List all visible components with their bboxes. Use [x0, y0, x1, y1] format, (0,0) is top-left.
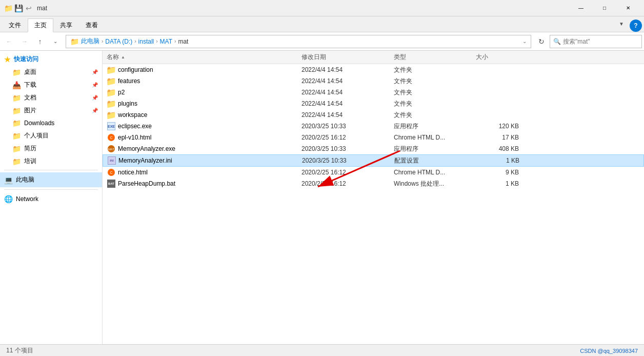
status-bar: 11 个项目 CSDN @qq_39098347	[0, 344, 644, 356]
up-arrow-button[interactable]: ↑	[33, 34, 47, 49]
tab-home[interactable]: 主页	[28, 18, 53, 32]
svg-text:C: C	[110, 136, 112, 140]
title-bar: 📁 💾 ↩ mat — □ ✕	[0, 0, 644, 16]
folder-icon: 📁	[106, 76, 116, 86]
sidebar-item-training[interactable]: 📁 培训	[0, 155, 102, 168]
sidebar-item-label: 个人项目	[24, 131, 49, 140]
col-size-label: 大小	[476, 53, 488, 61]
tab-view[interactable]: 查看	[79, 18, 105, 32]
sidebar-item-downloads[interactable]: 📁 Downloads	[0, 117, 102, 129]
sidebar-item-docs[interactable]: 📁 文档 📌	[0, 91, 102, 104]
table-row[interactable]: 📁 plugins 2022/4/4 14:54 文件夹	[103, 98, 644, 109]
file-date-cell: 2022/4/4 14:54	[297, 66, 390, 73]
sidebar-item-label: 培训	[24, 157, 36, 166]
table-row[interactable]: INI MemoryAnalyzer.ini 2020/3/25 10:33 配…	[103, 154, 644, 167]
folder-icon: 📁	[106, 99, 116, 108]
file-name: MemoryAnalyzer.exe	[118, 145, 175, 152]
table-row[interactable]: EXE eclipsec.exe 2020/3/25 10:33 应用程序 12…	[103, 121, 644, 132]
search-bar[interactable]: 🔍	[550, 35, 642, 48]
breadcrumb-sep-2: ›	[134, 38, 136, 44]
col-header-name[interactable]: 名称 ▲	[103, 53, 297, 62]
tab-file[interactable]: 文件	[2, 18, 28, 32]
file-name-cell: C notice.html	[103, 168, 297, 177]
sidebar-item-downloads-arrow[interactable]: 📥 下载 📌	[0, 78, 102, 91]
undo-title-icon[interactable]: ↩	[25, 4, 33, 12]
table-row[interactable]: MAT MemoryAnalyzer.exe 2020/3/25 10:33 应…	[103, 143, 644, 154]
recent-button[interactable]: ⌄	[48, 34, 63, 49]
col-date-label: 修改日期	[301, 53, 326, 61]
col-header-size[interactable]: 大小	[472, 53, 523, 62]
breadcrumb-data[interactable]: DATA (D:)	[105, 38, 132, 45]
file-date-cell: 2020/3/25 10:33	[297, 145, 390, 152]
file-name-cell: 📁 plugins	[103, 99, 297, 108]
sidebar-item-pictures[interactable]: 📁 图片 📌	[0, 104, 102, 117]
sidebar-item-personal[interactable]: 📁 个人项目	[0, 129, 102, 142]
file-icon: EXE	[107, 122, 116, 131]
quick-access-header[interactable]: ★ 快速访问	[0, 53, 102, 66]
sidebar-item-label: 图片	[24, 106, 36, 115]
breadcrumb-current: mat	[178, 38, 188, 45]
main-layout: ★ 快速访问 📁 桌面 📌 📥 下载 📌 📁 文档 📌 📁 图片	[0, 51, 644, 344]
sidebar-sep-2	[4, 189, 98, 190]
sidebar-item-label: 下载	[24, 81, 36, 89]
save-title-icon[interactable]: 💾	[14, 4, 23, 12]
table-row[interactable]: 📁 workspace 2022/4/4 14:54 文件夹	[103, 109, 644, 121]
file-name: eclipsec.exe	[118, 123, 152, 130]
table-row[interactable]: C epl-v10.html 2020/2/25 16:12 Chrome HT…	[103, 132, 644, 143]
table-row[interactable]: C notice.html 2020/2/25 16:12 Chrome HTM…	[103, 167, 644, 178]
back-button[interactable]: ←	[2, 34, 16, 49]
file-date-cell: 2020/3/25 10:33	[298, 157, 390, 164]
folder-icon: 📁	[12, 132, 21, 140]
sidebar-item-label: 文档	[24, 93, 36, 102]
search-input[interactable]	[563, 38, 640, 45]
close-button[interactable]: ✕	[616, 0, 640, 16]
file-icon: 📁	[107, 88, 116, 97]
breadcrumb-sep-3: ›	[156, 38, 157, 44]
bat-icon: BAT	[107, 180, 115, 188]
tab-share[interactable]: 共享	[53, 18, 79, 32]
file-name: notice.html	[118, 169, 148, 176]
maximize-button[interactable]: □	[593, 0, 616, 16]
breadcrumb-dropdown-icon[interactable]: ⌄	[522, 38, 527, 44]
file-icon: BAT	[107, 179, 116, 188]
file-name-cell: INI MemoryAnalyzer.ini	[103, 156, 298, 165]
col-header-type[interactable]: 类型	[390, 53, 472, 62]
col-type-label: 类型	[394, 53, 406, 61]
title-bar-icons: 📁 💾 ↩	[4, 4, 33, 12]
breadcrumb-sep-4: ›	[174, 38, 176, 44]
file-name: features	[118, 77, 140, 85]
file-name-cell: 📁 workspace	[103, 110, 297, 120]
col-header-date[interactable]: 修改日期	[297, 53, 390, 62]
ini-icon: INI	[108, 156, 116, 165]
status-right: CSDN @qq_39098347	[580, 348, 638, 354]
forward-button[interactable]: →	[17, 34, 32, 49]
file-type-cell: 文件夹	[390, 100, 472, 108]
breadcrumb[interactable]: 📁 此电脑 › DATA (D:) › install › MAT › mat …	[66, 35, 531, 48]
sidebar-item-network[interactable]: 🌐 Network	[0, 192, 102, 206]
table-row[interactable]: 📁 p2 2022/4/4 14:54 文件夹	[103, 87, 644, 98]
help-button[interactable]: ?	[630, 19, 642, 32]
file-name: p2	[118, 89, 125, 96]
pin-icon: 📌	[92, 82, 98, 88]
breadcrumb-mat[interactable]: MAT	[160, 38, 172, 45]
table-row[interactable]: 📁 features 2022/4/4 14:54 文件夹	[103, 75, 644, 87]
sidebar-item-desktop[interactable]: 📁 桌面 📌	[0, 66, 102, 78]
file-name-cell: BAT ParseHeapDump.bat	[103, 179, 297, 188]
sidebar-item-resume[interactable]: 📁 简历	[0, 142, 102, 155]
file-rows-container: 📁 configuration 2022/4/4 14:54 文件夹 📁 fea…	[103, 64, 644, 189]
html-icon: C	[107, 168, 115, 176]
sidebar-item-thispc[interactable]: 💻 此电脑	[0, 172, 102, 187]
minimize-button[interactable]: —	[569, 0, 593, 16]
breadcrumb-thispc[interactable]: 此电脑	[81, 37, 99, 46]
address-bar: ← → ↑ ⌄ 📁 此电脑 › DATA (D:) › install › MA…	[0, 32, 644, 51]
breadcrumb-install[interactable]: install	[138, 38, 154, 45]
refresh-button[interactable]: ↻	[534, 34, 549, 49]
table-row[interactable]: BAT ParseHeapDump.bat 2020/2/25 16:12 Wi…	[103, 178, 644, 189]
file-type-cell: Chrome HTML D...	[390, 169, 472, 176]
file-list: 名称 ▲ 修改日期 类型 大小 📁 configuration 2022/4	[103, 51, 644, 344]
pin-icon: 📌	[92, 95, 98, 101]
folder-icon: 📁	[106, 110, 116, 120]
table-row[interactable]: 📁 configuration 2022/4/4 14:54 文件夹	[103, 64, 644, 75]
ribbon-expand[interactable]: ▼	[613, 15, 630, 32]
sidebar-item-label: 桌面	[24, 68, 36, 76]
